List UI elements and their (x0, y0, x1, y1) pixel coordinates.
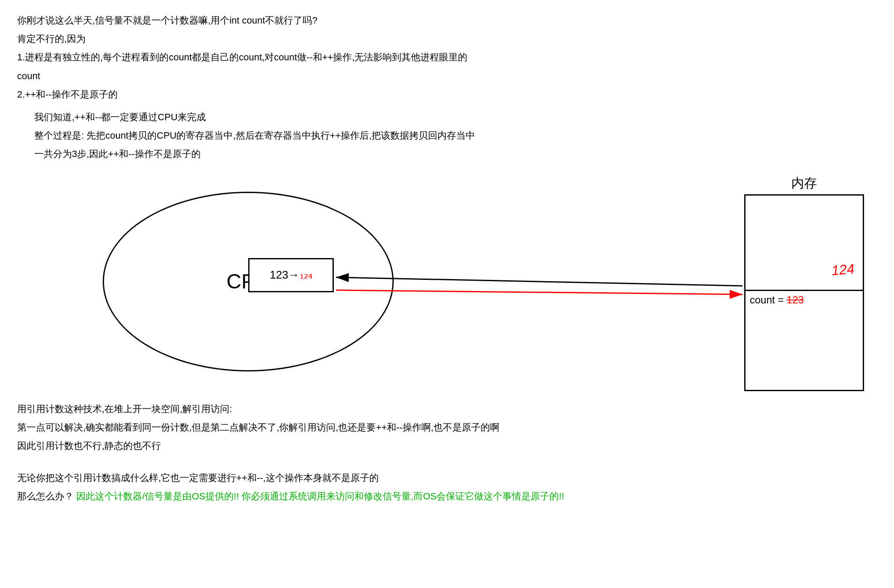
line3: 1.进程是有独立性的,每个进程看到的count都是自己的count,对count… (17, 50, 877, 65)
final-prefix: 那么怎么办？ (17, 491, 74, 502)
memory-label: 内存 (744, 175, 864, 192)
register-box: 123→₁₂₄ (248, 258, 334, 292)
final-section: 无论你把这个引用计数搞成什么样,它也一定需要进行++和--,这个操作本身就不是原… (17, 470, 877, 504)
bottom-text: 用引用计数这种技术,在堆上开一块空间,解引用访问: 第一点可以解决,确实都能看到… (17, 401, 877, 454)
memory-divider (745, 290, 863, 291)
final-line2: 那么怎么办？ 因此这个计数器/信号量是由OS提供的!! 你必须通过系统调用来访问… (17, 489, 877, 504)
svg-line-3 (336, 290, 743, 294)
line3b: count (17, 68, 877, 83)
indent-line1: 我们知道,++和--都一定要通过CPU来完成 (34, 110, 877, 125)
svg-line-2 (336, 277, 743, 286)
bottom-line1: 用引用计数这种技术,在堆上开一块空间,解引用访问: (17, 401, 877, 416)
register-123: 123→ (270, 268, 299, 281)
bottom-line3: 因此引用计数也不行,静态的也不行 (17, 438, 877, 453)
register-124-red: ₁₂₄ (300, 268, 312, 281)
line1: 你刚才说这么半天,信号量不就是一个计数器嘛,用个int count不就行了吗? (17, 13, 877, 28)
memory-124-handwritten: 124 (831, 261, 855, 279)
main-content: 你刚才说这么半天,信号量不就是一个计数器嘛,用个int count不就行了吗? … (17, 13, 877, 504)
indent-line2: 整个过程是: 先把count拷贝的CPU的寄存器当中,然后在寄存器当中执行++操… (34, 128, 877, 143)
bottom-line2: 第一点可以解决,确实都能看到同一份计数,但是第二点解决不了,你解引用访问,也还是… (17, 420, 877, 435)
count-text: count = (750, 294, 787, 306)
memory-container: 内存 124 count = 123 (744, 175, 864, 391)
final-green: 因此这个计数器/信号量是由OS提供的!! 你必须通过系统调用来访问和修改信号量,… (76, 491, 564, 502)
intro-section: 你刚才说这么半天,信号量不就是一个计数器嘛,用个int count不就行了吗? … (17, 13, 877, 102)
register-content: 123→₁₂₄ (270, 268, 312, 282)
count-value-strikethrough: 123 (787, 294, 804, 306)
memory-count-label: count = 123 (750, 294, 804, 306)
indent-line3: 一共分为3步,因此++和--操作不是原子的 (34, 146, 877, 161)
line2: 肯定不行的,因为 (17, 31, 877, 46)
diagram-area: CPU 123→₁₂₄ 内存 124 count = 123 (17, 175, 877, 389)
final-line1: 无论你把这个引用计数搞成什么样,它也一定需要进行++和--,这个操作本身就不是原… (17, 470, 877, 485)
memory-box: 124 count = 123 (744, 194, 864, 391)
indent-section: 我们知道,++和--都一定要通过CPU来完成 整个过程是: 先把count拷贝的… (34, 110, 877, 162)
line4: 2.++和--操作不是原子的 (17, 87, 877, 102)
